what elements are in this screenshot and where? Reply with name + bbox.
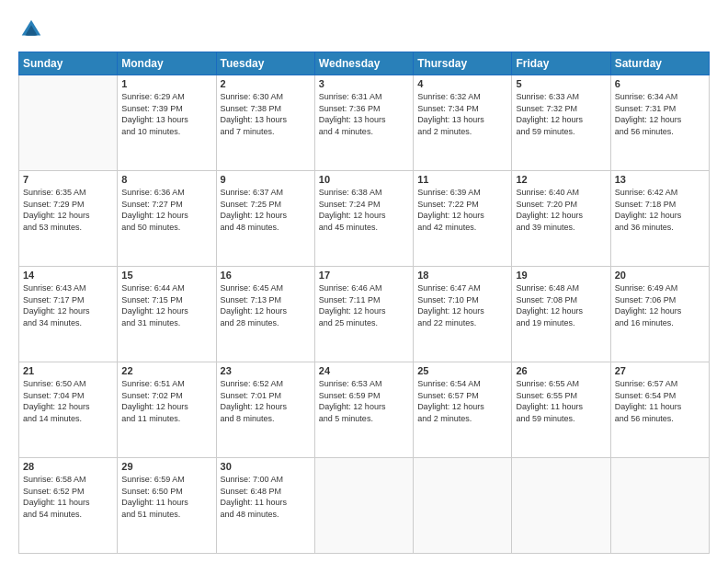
day-number: 19 bbox=[516, 270, 606, 281]
day-info: Sunrise: 6:57 AM Sunset: 6:54 PM Dayligh… bbox=[615, 378, 705, 424]
calendar-cell bbox=[314, 458, 413, 554]
calendar-cell bbox=[414, 458, 512, 554]
day-number: 28 bbox=[23, 461, 113, 472]
day-info: Sunrise: 6:54 AM Sunset: 6:57 PM Dayligh… bbox=[417, 378, 507, 424]
calendar-day-header: Sunday bbox=[19, 52, 118, 75]
day-number: 5 bbox=[516, 78, 606, 89]
day-number: 30 bbox=[221, 461, 311, 472]
day-info: Sunrise: 6:59 AM Sunset: 6:50 PM Dayligh… bbox=[121, 474, 211, 520]
calendar-cell: 21Sunrise: 6:50 AM Sunset: 7:04 PM Dayli… bbox=[19, 362, 118, 458]
calendar-cell: 4Sunrise: 6:32 AM Sunset: 7:34 PM Daylig… bbox=[414, 75, 512, 171]
day-info: Sunrise: 6:58 AM Sunset: 6:52 PM Dayligh… bbox=[23, 474, 113, 520]
day-info: Sunrise: 6:53 AM Sunset: 6:59 PM Dayligh… bbox=[319, 378, 409, 424]
calendar-cell: 23Sunrise: 6:52 AM Sunset: 7:01 PM Dayli… bbox=[216, 362, 314, 458]
calendar-cell: 25Sunrise: 6:54 AM Sunset: 6:57 PM Dayli… bbox=[414, 362, 512, 458]
logo bbox=[18, 17, 48, 42]
day-number: 26 bbox=[516, 365, 606, 376]
day-number: 11 bbox=[417, 174, 507, 185]
calendar-week-row: 1Sunrise: 6:29 AM Sunset: 7:39 PM Daylig… bbox=[19, 75, 710, 171]
calendar-cell: 18Sunrise: 6:47 AM Sunset: 7:10 PM Dayli… bbox=[414, 267, 512, 362]
calendar-cell: 13Sunrise: 6:42 AM Sunset: 7:18 PM Dayli… bbox=[610, 171, 709, 267]
day-number: 27 bbox=[615, 365, 705, 376]
calendar-cell: 15Sunrise: 6:44 AM Sunset: 7:15 PM Dayli… bbox=[118, 267, 216, 362]
day-info: Sunrise: 6:37 AM Sunset: 7:25 PM Dayligh… bbox=[221, 187, 311, 233]
calendar-cell: 6Sunrise: 6:34 AM Sunset: 7:31 PM Daylig… bbox=[610, 75, 709, 171]
day-number: 20 bbox=[615, 270, 705, 281]
day-info: Sunrise: 6:45 AM Sunset: 7:13 PM Dayligh… bbox=[221, 282, 311, 328]
calendar-cell bbox=[610, 458, 709, 554]
day-info: Sunrise: 6:33 AM Sunset: 7:32 PM Dayligh… bbox=[516, 91, 606, 137]
calendar-day-header: Wednesday bbox=[314, 52, 413, 75]
day-number: 4 bbox=[417, 78, 507, 89]
day-info: Sunrise: 6:34 AM Sunset: 7:31 PM Dayligh… bbox=[615, 91, 705, 137]
calendar-cell: 26Sunrise: 6:55 AM Sunset: 6:55 PM Dayli… bbox=[512, 362, 610, 458]
calendar-cell: 27Sunrise: 6:57 AM Sunset: 6:54 PM Dayli… bbox=[610, 362, 709, 458]
day-info: Sunrise: 6:35 AM Sunset: 7:29 PM Dayligh… bbox=[23, 187, 113, 233]
calendar-day-header: Saturday bbox=[610, 52, 709, 75]
day-info: Sunrise: 6:40 AM Sunset: 7:20 PM Dayligh… bbox=[516, 187, 606, 233]
day-number: 3 bbox=[319, 78, 409, 89]
day-number: 14 bbox=[23, 270, 113, 281]
calendar-cell: 10Sunrise: 6:38 AM Sunset: 7:24 PM Dayli… bbox=[314, 171, 413, 267]
day-info: Sunrise: 6:31 AM Sunset: 7:36 PM Dayligh… bbox=[319, 91, 409, 137]
day-info: Sunrise: 6:39 AM Sunset: 7:22 PM Dayligh… bbox=[417, 187, 507, 233]
calendar-cell: 30Sunrise: 7:00 AM Sunset: 6:48 PM Dayli… bbox=[216, 458, 314, 554]
day-number: 2 bbox=[221, 78, 311, 89]
calendar-cell bbox=[512, 458, 610, 554]
day-info: Sunrise: 6:42 AM Sunset: 7:18 PM Dayligh… bbox=[615, 187, 705, 233]
calendar-cell: 20Sunrise: 6:49 AM Sunset: 7:06 PM Dayli… bbox=[610, 267, 709, 362]
day-number: 25 bbox=[417, 365, 507, 376]
svg-rect-2 bbox=[27, 32, 35, 36]
day-number: 6 bbox=[615, 78, 705, 89]
calendar-cell: 7Sunrise: 6:35 AM Sunset: 7:29 PM Daylig… bbox=[19, 171, 118, 267]
day-info: Sunrise: 6:32 AM Sunset: 7:34 PM Dayligh… bbox=[417, 91, 507, 137]
day-info: Sunrise: 6:55 AM Sunset: 6:55 PM Dayligh… bbox=[516, 378, 606, 424]
calendar-cell: 5Sunrise: 6:33 AM Sunset: 7:32 PM Daylig… bbox=[512, 75, 610, 171]
calendar-cell: 28Sunrise: 6:58 AM Sunset: 6:52 PM Dayli… bbox=[19, 458, 118, 554]
calendar-cell: 9Sunrise: 6:37 AM Sunset: 7:25 PM Daylig… bbox=[216, 171, 314, 267]
calendar-cell: 12Sunrise: 6:40 AM Sunset: 7:20 PM Dayli… bbox=[512, 171, 610, 267]
page: SundayMondayTuesdayWednesdayThursdayFrid… bbox=[0, 0, 728, 563]
day-number: 15 bbox=[121, 270, 211, 281]
calendar-cell: 11Sunrise: 6:39 AM Sunset: 7:22 PM Dayli… bbox=[414, 171, 512, 267]
calendar-cell: 8Sunrise: 6:36 AM Sunset: 7:27 PM Daylig… bbox=[118, 171, 216, 267]
day-number: 18 bbox=[417, 270, 507, 281]
calendar-day-header: Tuesday bbox=[216, 52, 314, 75]
calendar-cell: 14Sunrise: 6:43 AM Sunset: 7:17 PM Dayli… bbox=[19, 267, 118, 362]
day-info: Sunrise: 6:51 AM Sunset: 7:02 PM Dayligh… bbox=[121, 378, 211, 424]
calendar-day-header: Friday bbox=[512, 52, 610, 75]
calendar-cell: 16Sunrise: 6:45 AM Sunset: 7:13 PM Dayli… bbox=[216, 267, 314, 362]
day-number: 13 bbox=[615, 174, 705, 185]
calendar-cell: 22Sunrise: 6:51 AM Sunset: 7:02 PM Dayli… bbox=[118, 362, 216, 458]
header bbox=[18, 17, 710, 42]
calendar-cell: 24Sunrise: 6:53 AM Sunset: 6:59 PM Dayli… bbox=[314, 362, 413, 458]
day-number: 16 bbox=[221, 270, 311, 281]
calendar-week-row: 21Sunrise: 6:50 AM Sunset: 7:04 PM Dayli… bbox=[19, 362, 710, 458]
calendar-day-header: Monday bbox=[118, 52, 216, 75]
logo-icon bbox=[18, 17, 44, 42]
calendar-cell: 19Sunrise: 6:48 AM Sunset: 7:08 PM Dayli… bbox=[512, 267, 610, 362]
calendar-week-row: 14Sunrise: 6:43 AM Sunset: 7:17 PM Dayli… bbox=[19, 267, 710, 362]
day-info: Sunrise: 6:29 AM Sunset: 7:39 PM Dayligh… bbox=[121, 91, 211, 137]
day-info: Sunrise: 6:43 AM Sunset: 7:17 PM Dayligh… bbox=[23, 282, 113, 328]
calendar-cell: 29Sunrise: 6:59 AM Sunset: 6:50 PM Dayli… bbox=[118, 458, 216, 554]
day-info: Sunrise: 6:48 AM Sunset: 7:08 PM Dayligh… bbox=[516, 282, 606, 328]
day-number: 8 bbox=[121, 174, 211, 185]
day-number: 23 bbox=[221, 365, 311, 376]
day-number: 22 bbox=[121, 365, 211, 376]
day-number: 24 bbox=[319, 365, 409, 376]
calendar-week-row: 28Sunrise: 6:58 AM Sunset: 6:52 PM Dayli… bbox=[19, 458, 710, 554]
day-number: 9 bbox=[221, 174, 311, 185]
day-info: Sunrise: 6:52 AM Sunset: 7:01 PM Dayligh… bbox=[221, 378, 311, 424]
day-info: Sunrise: 6:49 AM Sunset: 7:06 PM Dayligh… bbox=[615, 282, 705, 328]
calendar-header-row: SundayMondayTuesdayWednesdayThursdayFrid… bbox=[19, 52, 710, 75]
day-number: 1 bbox=[121, 78, 211, 89]
day-info: Sunrise: 6:46 AM Sunset: 7:11 PM Dayligh… bbox=[319, 282, 409, 328]
day-info: Sunrise: 6:38 AM Sunset: 7:24 PM Dayligh… bbox=[319, 187, 409, 233]
day-number: 21 bbox=[23, 365, 113, 376]
day-info: Sunrise: 6:44 AM Sunset: 7:15 PM Dayligh… bbox=[121, 282, 211, 328]
calendar: SundayMondayTuesdayWednesdayThursdayFrid… bbox=[18, 52, 710, 554]
day-number: 10 bbox=[319, 174, 409, 185]
day-number: 29 bbox=[121, 461, 211, 472]
calendar-week-row: 7Sunrise: 6:35 AM Sunset: 7:29 PM Daylig… bbox=[19, 171, 710, 267]
